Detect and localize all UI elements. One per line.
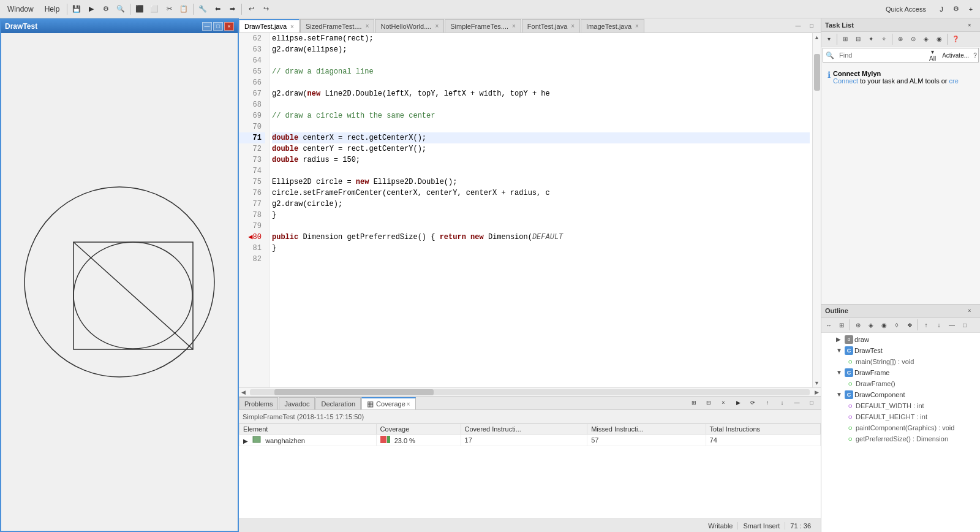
h-scroll-thumb[interactable] [274, 389, 434, 395]
find-btn-all[interactable]: ▾ All [926, 49, 939, 61]
code-editor[interactable]: 62 63 64 65 66 67 68 69 70 71 72 73 74 7… [239, 33, 821, 387]
toolbar-perspective-2[interactable]: ⚙ [949, 2, 963, 16]
tab-close-drawtest[interactable]: × [290, 23, 294, 30]
tab-coverage-close[interactable]: × [407, 401, 410, 408]
task-btn-2[interactable]: ⊞ [839, 33, 851, 45]
toolbar-btn-10[interactable]: ⬅ [211, 2, 224, 16]
outline-item-default-height[interactable]: ○ DEFAULT_HEIGHT : int [823, 411, 979, 422]
bottom-panel-btn-2[interactable]: ⊟ [702, 396, 715, 409]
scroll-thumb[interactable] [814, 54, 820, 91]
bottom-panel-btn-1[interactable]: ⊞ [687, 396, 701, 409]
outline-btn-2[interactable]: ⊞ [835, 319, 848, 331]
outline-min-btn[interactable]: — [946, 319, 958, 331]
row-expand-icon[interactable]: ▶ [243, 438, 248, 444]
toolbar-btn-4[interactable]: 🔍 [114, 2, 127, 16]
editor-min-btn[interactable]: — [791, 19, 805, 32]
tab-fonttest[interactable]: FontTest.java × [522, 19, 580, 32]
task-btn-9[interactable]: ◉ [933, 33, 945, 45]
task-btn-7[interactable]: ⊙ [907, 33, 919, 45]
connect-link-connect[interactable]: Connect [833, 77, 858, 85]
tab-close-fonttest[interactable]: × [571, 23, 575, 29]
outline-item-paintcomponent[interactable]: ○ paintComponent(Graphics) : void [823, 422, 979, 433]
outline-item-drawcomponent[interactable]: ▼ C DrawComponent [823, 389, 979, 400]
h-scrollbar[interactable]: ◀ ▶ [239, 387, 821, 396]
task-btn-6[interactable]: ⊛ [894, 33, 907, 45]
toolbar-btn-6[interactable]: ⬜ [148, 2, 161, 16]
drawtest-maximize-btn[interactable]: □ [213, 22, 223, 31]
drawtest-close-btn[interactable]: × [224, 22, 234, 31]
tab-problems[interactable]: Problems [239, 397, 278, 409]
connect-link-create[interactable]: cre [949, 77, 959, 85]
outline-item-getpreferredsize[interactable]: ○ getPreferredSize() : Dimension [823, 433, 979, 444]
code-content-area[interactable]: ellipse.setFrame(rect); g2.draw(ellipse)… [270, 33, 812, 387]
toolbar-btn-5[interactable]: ⬛ [133, 2, 146, 16]
editor-scrollbar[interactable]: ▲ ▼ [812, 33, 821, 387]
outline-btn-4[interactable]: ◈ [865, 319, 877, 331]
task-btn-5[interactable]: ✧ [878, 33, 890, 45]
scroll-left-btn[interactable]: ◀ [239, 389, 247, 395]
scroll-up-btn[interactable]: ▲ [813, 33, 821, 42]
task-list-close-btn[interactable]: × [963, 18, 976, 32]
toolbar-btn-7[interactable]: ✂ [162, 2, 176, 16]
bottom-panel-btn-4[interactable]: ▶ [731, 396, 745, 409]
tab-drawtest-java[interactable]: DrawTest.java × [239, 19, 300, 32]
drawframe-expand[interactable]: ▼ [836, 369, 843, 376]
task-btn-3[interactable]: ⊟ [852, 33, 864, 45]
outline-close-btn[interactable]: × [963, 304, 976, 317]
outline-item-drawframe-ctor[interactable]: ○ DrawFrame() [823, 378, 979, 389]
task-btn-1[interactable]: ▾ [823, 33, 835, 45]
toolbar-perspective-3[interactable]: + [964, 2, 978, 16]
find-bar[interactable]: 🔍 ▾ All Activate... ? [823, 48, 979, 63]
menu-window[interactable]: Window [2, 4, 39, 15]
scroll-down-btn[interactable]: ▼ [813, 379, 821, 387]
tab-close-nothelloworld[interactable]: × [435, 23, 439, 29]
find-btn-activate[interactable]: Activate... [939, 49, 972, 61]
outline-item-default-width[interactable]: ○ DEFAULT_WIDTH : int [823, 400, 979, 411]
outline-max-btn[interactable]: □ [959, 319, 971, 331]
tab-coverage[interactable]: ▦ Coverage × [361, 397, 416, 409]
outline-item-main[interactable]: ○ main(String[]) : void [823, 356, 979, 367]
tab-javadoc[interactable]: Javadoc [279, 397, 315, 409]
drawtest-expand[interactable]: ▼ [836, 347, 843, 354]
table-row[interactable]: ▶ wanghaizhen [239, 435, 821, 446]
tab-imagetest[interactable]: ImageTest.java × [581, 19, 644, 32]
scroll-right-btn[interactable]: ▶ [812, 389, 821, 395]
drawcomponent-expand[interactable]: ▼ [836, 391, 843, 398]
toolbar-btn-13[interactable]: ↪ [259, 2, 273, 16]
tab-sizedframetest[interactable]: SizedFrameTest.... × [300, 19, 375, 32]
tab-nothelloworld[interactable]: NotHelloWorld.... × [375, 19, 444, 32]
find-input[interactable] [837, 51, 926, 59]
menu-help[interactable]: Help [40, 4, 65, 15]
tab-close-sizedframetest[interactable]: × [366, 23, 369, 29]
toolbar-btn-8[interactable]: 📋 [177, 2, 190, 16]
toolbar-btn-12[interactable]: ↩ [244, 2, 258, 16]
toolbar-perspective-1[interactable]: J [935, 2, 948, 16]
drawtest-minimize-btn[interactable]: — [202, 22, 212, 31]
task-btn-8[interactable]: ◈ [920, 33, 932, 45]
outline-btn-7[interactable]: ❖ [903, 319, 916, 331]
toolbar-btn-11[interactable]: ➡ [225, 2, 239, 16]
tab-simpleframetest[interactable]: SimpleFrameTes.... × [445, 19, 521, 32]
task-btn-10[interactable]: ❓ [949, 33, 962, 45]
bottom-panel-btn-6[interactable]: ↑ [761, 396, 774, 409]
bottom-panel-min-btn[interactable]: — [790, 396, 804, 409]
outline-item-drawframe[interactable]: ▼ C DrawFrame [823, 367, 979, 378]
outline-btn-6[interactable]: ◊ [891, 319, 903, 331]
outline-btn-1[interactable]: ↔ [823, 319, 835, 331]
outline-btn-9[interactable]: ↓ [933, 319, 945, 331]
outline-btn-3[interactable]: ⊛ [852, 319, 864, 331]
tab-close-imagetest[interactable]: × [635, 23, 639, 29]
outline-item-draw[interactable]: ▶ d draw [823, 334, 979, 345]
h-scroll-track[interactable] [250, 389, 810, 395]
toolbar-btn-9[interactable]: 🔧 [196, 2, 209, 16]
tab-close-simpleframetest[interactable]: × [512, 23, 516, 29]
draw-expand[interactable]: ▶ [836, 336, 843, 343]
outline-item-drawtest[interactable]: ▼ C DrawTest [823, 345, 979, 356]
task-btn-4[interactable]: ✦ [865, 33, 877, 45]
outline-btn-5[interactable]: ◉ [878, 319, 890, 331]
toolbar-btn-2[interactable]: ▶ [85, 2, 98, 16]
toolbar-btn-3[interactable]: ⚙ [99, 2, 113, 16]
outline-btn-8[interactable]: ↑ [920, 319, 932, 331]
find-btn-help[interactable]: ? [972, 49, 978, 61]
editor-max-btn[interactable]: □ [805, 19, 818, 32]
